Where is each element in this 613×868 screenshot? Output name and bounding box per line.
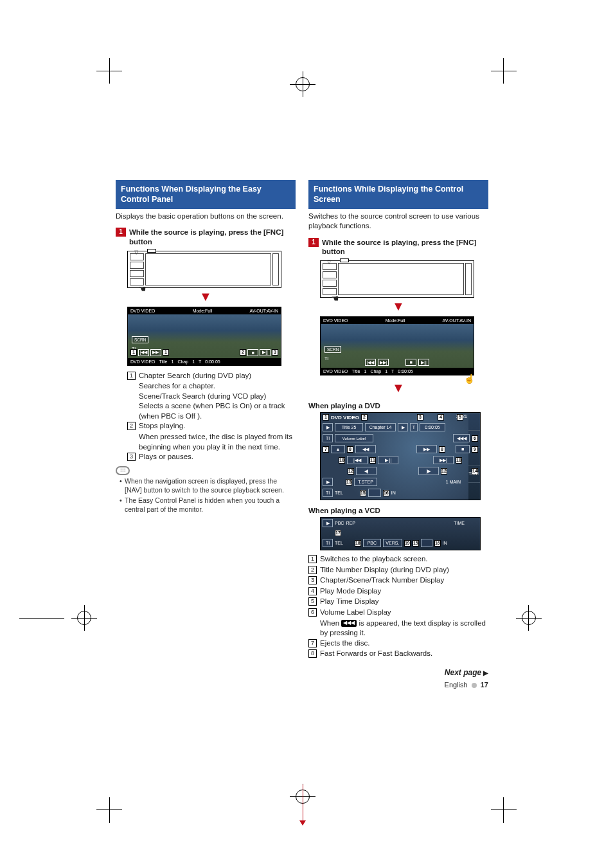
eject-button[interactable]: ▲ bbox=[331, 445, 345, 453]
ti-label: TI bbox=[324, 356, 328, 361]
slow-fwd-button[interactable]: |▶ bbox=[418, 467, 439, 475]
device-volume bbox=[465, 263, 472, 295]
ss-time: 0:00:05 bbox=[205, 359, 220, 364]
desc-sub: When ◀◀◀ is appeared, the text display i… bbox=[320, 619, 488, 638]
desc-num: 7 bbox=[308, 639, 317, 647]
tel-label: TEL bbox=[335, 491, 343, 495]
stop-button[interactable]: ■ bbox=[456, 445, 470, 453]
in-label: IN bbox=[443, 541, 447, 545]
ss-title-n: 1 bbox=[364, 369, 366, 374]
callout: 13 bbox=[346, 479, 352, 485]
step-badge: 1 bbox=[308, 238, 319, 247]
scrn-button[interactable]: SCRN bbox=[324, 346, 341, 353]
prev-button[interactable]: |◀◀ bbox=[138, 349, 149, 356]
eject-icon: ▽ bbox=[327, 259, 331, 265]
page-button[interactable] bbox=[368, 489, 381, 497]
ss-avout: AV-OUT:AV-IN bbox=[443, 318, 471, 323]
slow-back-button[interactable]: ◀| bbox=[356, 467, 377, 475]
left-column: Functions When Displaying the Easy Contr… bbox=[116, 180, 296, 689]
desc-num: 6 bbox=[308, 608, 317, 617]
callout: 8 bbox=[439, 446, 445, 453]
callout: 15 bbox=[360, 490, 366, 496]
play-pause-button[interactable]: ▶|| bbox=[260, 349, 271, 356]
ss-src: DVD VIDEO bbox=[130, 309, 155, 313]
title-number: Title 25 bbox=[335, 423, 363, 431]
tel-label: TEL bbox=[335, 541, 343, 545]
stop-button[interactable]: ■ bbox=[247, 349, 258, 356]
ff-button[interactable]: ▶▶ bbox=[416, 445, 437, 453]
desc-text: Stops playing. bbox=[139, 421, 296, 431]
play-pause-button[interactable]: ▶|| bbox=[418, 359, 429, 366]
desc-num: 3 bbox=[127, 453, 136, 461]
callout: 2 bbox=[361, 414, 368, 420]
ti-button[interactable]: TI bbox=[323, 434, 333, 442]
callout: 12 bbox=[441, 468, 447, 475]
eject-icon: ▽ bbox=[134, 249, 138, 255]
prev-button[interactable]: |◀◀ bbox=[365, 359, 376, 366]
pbc-label: PBC bbox=[335, 521, 344, 525]
footer-page-number: 17 bbox=[481, 681, 488, 689]
rewind-button[interactable]: ◀◀ bbox=[355, 445, 376, 453]
ss-chap-n: 1 bbox=[385, 369, 387, 374]
desc-text: Play Mode Display bbox=[320, 586, 488, 597]
desc-num: 8 bbox=[308, 649, 317, 658]
pbc-button[interactable]: PBC bbox=[363, 539, 381, 547]
right-desc-list: 1Switches to the playback screen. 2Title… bbox=[308, 554, 488, 658]
side-button bbox=[130, 270, 144, 277]
crop-mark-bl bbox=[39, 765, 129, 855]
page-footer: English 17 bbox=[308, 681, 488, 689]
t-label: T bbox=[410, 423, 418, 431]
right-intro: Switches to the source control screen to… bbox=[308, 212, 488, 231]
desc-sub: Selects a scene (when PBC is On) or a tr… bbox=[139, 401, 296, 421]
callout-1: 1 bbox=[130, 349, 137, 356]
audio-main: 1 MAIN bbox=[446, 480, 461, 484]
left-step-1: 1 While the source is playing, press the… bbox=[116, 228, 296, 247]
right-step-1: 1 While the source is playing, press the… bbox=[308, 238, 488, 257]
next-button[interactable]: ▶▶| bbox=[150, 349, 161, 356]
callout: 9 bbox=[472, 446, 478, 453]
crop-mark-right bbox=[517, 572, 607, 662]
play-pause-button[interactable]: ▶ || bbox=[378, 456, 398, 464]
side-button bbox=[323, 280, 337, 287]
crop-mark-left bbox=[6, 572, 96, 662]
dvd-subheading: When playing a DVD bbox=[308, 402, 488, 410]
ss-t: T bbox=[199, 359, 201, 364]
desc-num: 1 bbox=[127, 372, 136, 380]
stop-button[interactable]: ■ bbox=[405, 359, 416, 366]
in-label: IN bbox=[391, 491, 396, 495]
note-item: When the navigation screen is displayed,… bbox=[120, 476, 296, 494]
ss-t: T bbox=[391, 369, 394, 374]
device-screen bbox=[145, 253, 271, 285]
next-page-link: Next page bbox=[308, 668, 488, 677]
callout: 10 bbox=[339, 457, 345, 464]
vers-button[interactable]: VERS. bbox=[383, 539, 402, 547]
desc-num: 4 bbox=[308, 587, 317, 595]
next-button[interactable]: ▶▶| bbox=[433, 456, 454, 464]
time-label: TIME bbox=[454, 521, 465, 525]
next-button[interactable]: ▶▶| bbox=[378, 359, 389, 366]
scrn-button[interactable]: SCRN bbox=[132, 336, 148, 343]
page-button[interactable] bbox=[421, 539, 432, 547]
tstep-button[interactable]: T.STEP bbox=[354, 478, 377, 486]
play-mode: ▶ bbox=[398, 423, 408, 431]
hand-press-icon: ☚ bbox=[331, 293, 339, 303]
left-desc-list: 1 Chapter Search (during DVD play) Searc… bbox=[127, 371, 296, 462]
desc-text: Chapter/Scene/Track Number Display bbox=[320, 575, 488, 586]
ss-avout: AV-OUT:AV-IN bbox=[250, 309, 278, 313]
prev-button[interactable]: |◀◀ bbox=[347, 456, 368, 464]
step-text: While the source is playing, press the [… bbox=[129, 228, 296, 247]
left-notes: When the navigation screen is displayed,… bbox=[120, 476, 296, 514]
callout: 15 bbox=[413, 540, 419, 547]
ss-chap-label: Chap bbox=[177, 359, 188, 364]
ss-time: 0:00:05 bbox=[398, 369, 413, 374]
ti-button[interactable]: TI bbox=[323, 539, 333, 547]
time-label: TIME bbox=[468, 471, 479, 476]
scroll-icon: ◀◀◀ bbox=[341, 620, 357, 627]
desc-num: 2 bbox=[127, 422, 136, 430]
ss-chap-n: 1 bbox=[192, 359, 195, 364]
ti-button[interactable]: TI bbox=[323, 489, 333, 497]
callout: 16 bbox=[434, 540, 441, 547]
scroll-icon[interactable]: ◀◀◀ bbox=[453, 434, 470, 442]
step-text: While the source is playing, press the [… bbox=[322, 238, 488, 257]
desc-text: Fast Forwards or Fast Backwards. bbox=[320, 649, 488, 659]
